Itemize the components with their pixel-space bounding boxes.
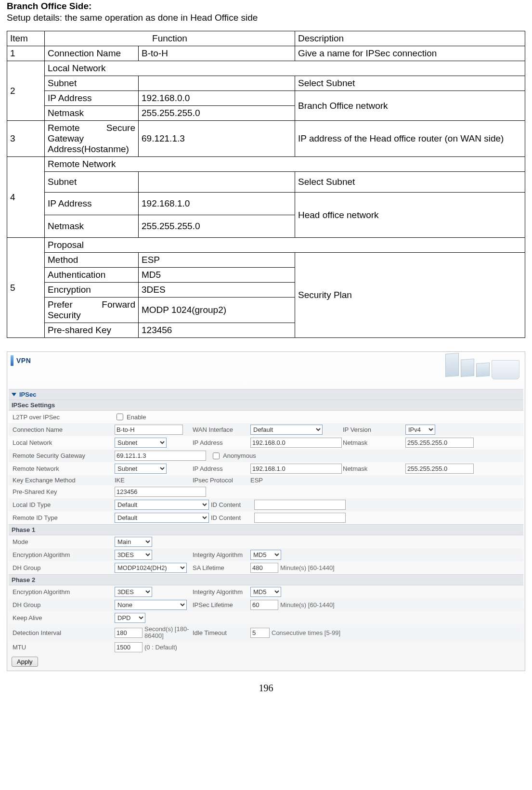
enable-checkbox[interactable]: [117, 414, 123, 420]
local-id-content-input[interactable]: [254, 500, 346, 510]
hint-sec: Second(s) [180-86400]: [144, 626, 193, 639]
p1-int-select[interactable]: MD5: [250, 550, 281, 560]
remote-id-select[interactable]: Default: [115, 513, 209, 523]
row-p2-enc: Encryption Algorithm 3DES Integrity Algo…: [9, 585, 523, 598]
stripe-icon: [11, 355, 13, 366]
mtu-input[interactable]: [115, 642, 143, 652]
cell-f2: 192.168.0.0: [139, 91, 295, 106]
remote-ip-input[interactable]: [250, 464, 342, 474]
label-int-algo2: Integrity Algorithm: [193, 589, 250, 596]
psk-input[interactable]: [115, 487, 206, 497]
cell-f1: Prefer Forward Security: [45, 298, 139, 323]
label-rsg: Remote Security Gateway: [13, 452, 115, 459]
p1-enc-select[interactable]: 3DES: [115, 550, 152, 560]
cell-f1: Subnet: [45, 172, 139, 193]
ipsec-proto-value: ESP: [250, 477, 343, 484]
idle-to-input[interactable]: [250, 628, 270, 638]
cell-desc: Give a name for IPSec connection: [295, 46, 525, 61]
kem-value: IKE: [115, 477, 193, 484]
table-row: 4 Remote Network: [7, 157, 525, 172]
row-mtu: MTU (0 : Default): [9, 641, 523, 654]
cell-f1: Pre-shared Key: [45, 323, 139, 338]
row-rsg: Remote Security Gateway Anonymous: [9, 449, 523, 462]
label-idle-to: Idle Timeout: [193, 629, 250, 636]
sa-life-input[interactable]: [250, 563, 278, 573]
label-conn-name: Connection Name: [13, 426, 115, 433]
local-id-select[interactable]: Default: [115, 500, 209, 510]
row-conn-name: Connection Name WAN Interface Default IP…: [9, 423, 523, 436]
label-kem: Key Exchange Method: [13, 477, 115, 484]
label-local-id: Local ID Type: [13, 501, 115, 508]
conn-name-input[interactable]: [115, 425, 183, 435]
cell-f1: IP Address: [45, 91, 139, 106]
local-net-select[interactable]: Subnet: [115, 438, 167, 448]
vpn-title: VPN: [16, 357, 31, 364]
table-row: 2 Local Network: [7, 61, 525, 76]
cell-f1: Remote Secure Gateway Address(Hostanme): [45, 121, 139, 157]
vpn-logo: VPN: [11, 355, 31, 366]
cell-f1: Method: [45, 253, 139, 268]
ip-ver-select[interactable]: IPv4: [405, 425, 435, 435]
ipsec-label: IPSec: [19, 391, 36, 398]
apply-button[interactable]: Apply: [12, 657, 38, 667]
enable-label: Enable: [127, 414, 146, 421]
label-det-int: Detection Interval: [13, 629, 115, 636]
label-ip-ver: IP Version: [343, 426, 405, 433]
label-remote-net: Remote Network: [13, 465, 115, 472]
cell-item: 1: [7, 46, 45, 61]
cell-f2: MODP 1024(group2): [139, 298, 295, 323]
wan-if-select[interactable]: Default: [250, 425, 323, 435]
cell-f2: 255.255.255.0: [139, 215, 295, 238]
remote-id-content-input[interactable]: [254, 513, 346, 523]
mode-select[interactable]: Main: [115, 537, 152, 547]
label-keep-alive: Keep Alive: [13, 614, 115, 622]
rsg-input[interactable]: [115, 451, 206, 461]
local-mask-input[interactable]: [405, 438, 474, 448]
label-psk: Pre-Shared Key: [13, 488, 115, 495]
table-row: Subnet Select Subnet: [7, 76, 525, 91]
ipsec-settings-header: IPSec Settings: [9, 400, 523, 411]
cell-f2: 69.121.1.3: [139, 121, 295, 157]
row-remote-net: Remote Network Subnet IP Address Netmask: [9, 462, 523, 475]
local-ip-input[interactable]: [250, 438, 342, 448]
remote-net-select[interactable]: Subnet: [115, 464, 167, 474]
ipsec-life-input[interactable]: [250, 600, 278, 610]
label-dh-group2: DH Group: [13, 601, 115, 609]
anon-checkbox[interactable]: [213, 453, 220, 459]
cell-item: 4: [7, 157, 45, 238]
p1-dh-select[interactable]: MODP1024(DH2): [115, 563, 187, 573]
row-mode: Mode Main: [9, 535, 523, 548]
label-ip-addr2: IP Address: [193, 465, 250, 472]
p2-int-select[interactable]: MD5: [250, 587, 281, 597]
keep-alive-select[interactable]: DPD: [115, 613, 145, 623]
p2-dh-select[interactable]: None: [115, 600, 187, 610]
cell-f1: Authentication: [45, 268, 139, 283]
cell-desc: IP address of the Head office router (on…: [295, 121, 525, 157]
label-mtu: MTU: [13, 644, 115, 651]
cell-f2: MD5: [139, 268, 295, 283]
cell-f2: [139, 76, 295, 91]
label-ipsec-life: IPSec Lifetime: [193, 601, 250, 609]
det-int-input[interactable]: [115, 628, 143, 638]
cell-f1: Subnet: [45, 76, 139, 91]
cell-f2: 123456: [139, 323, 295, 338]
cell-desc: Select Subnet: [295, 76, 525, 91]
info-table: Item Function Description 1 Connection N…: [7, 31, 525, 338]
intro-text: Setup details: the same operation as don…: [7, 13, 525, 23]
table-row: Item Function Description: [7, 31, 525, 46]
ipsec-collapse-header[interactable]: IPSec: [9, 389, 523, 400]
p2-enc-select[interactable]: 3DES: [115, 587, 152, 597]
label-enc-algo2: Encryption Algorithm: [13, 588, 115, 596]
label-remote-id: Remote ID Type: [13, 514, 115, 521]
anon-label: Anonymous: [223, 452, 256, 459]
label-netmask2: Netmask: [343, 465, 405, 472]
cell-item: 3: [7, 121, 45, 157]
hint-cons: Consecutive times [5-99]: [272, 629, 340, 636]
label-sa-life: SA Lifetime: [193, 564, 250, 571]
label-enc-algo: Encryption Algorithm: [13, 551, 115, 558]
table-row: IP Address 192.168.1.0 Head office netwo…: [7, 193, 525, 215]
heading-branch-office: Branch Office Side:: [7, 1, 525, 12]
th-function: Function: [45, 31, 295, 46]
phase1-header: Phase 1: [9, 524, 523, 535]
remote-mask-input[interactable]: [405, 464, 474, 474]
